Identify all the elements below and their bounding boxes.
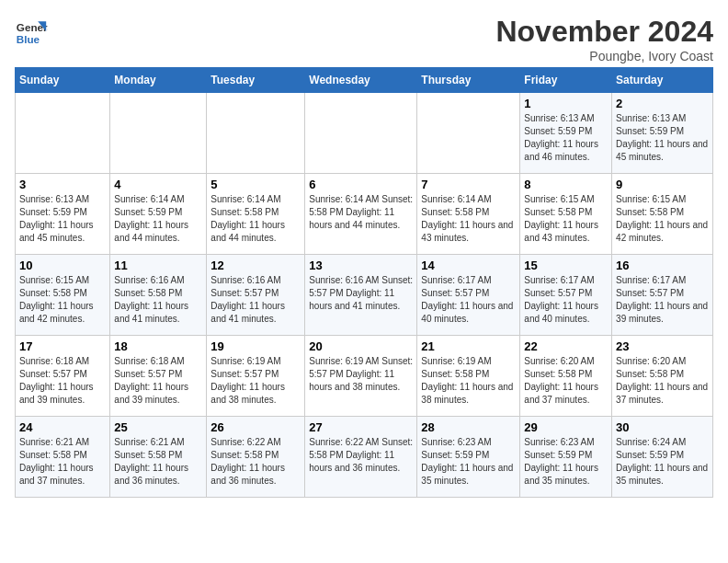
calendar-cell: 20Sunrise: 6:19 AM Sunset: 5:57 PM Dayli… — [305, 336, 417, 417]
day-info: Sunrise: 6:14 AM Sunset: 5:58 PM Dayligh… — [421, 193, 516, 245]
calendar-cell: 11Sunrise: 6:16 AM Sunset: 5:58 PM Dayli… — [110, 255, 207, 336]
day-info: Sunrise: 6:19 AM Sunset: 5:57 PM Dayligh… — [309, 355, 413, 394]
calendar-cell: 9Sunrise: 6:15 AM Sunset: 5:58 PM Daylig… — [612, 174, 713, 255]
calendar-cell: 4Sunrise: 6:14 AM Sunset: 5:59 PM Daylig… — [110, 174, 207, 255]
day-info: Sunrise: 6:17 AM Sunset: 5:57 PM Dayligh… — [524, 274, 608, 326]
calendar-cell: 27Sunrise: 6:22 AM Sunset: 5:58 PM Dayli… — [305, 417, 417, 498]
day-info: Sunrise: 6:19 AM Sunset: 5:57 PM Dayligh… — [210, 355, 301, 407]
day-info: Sunrise: 6:14 AM Sunset: 5:58 PM Dayligh… — [210, 193, 301, 245]
day-number: 2 — [616, 97, 709, 110]
day-info: Sunrise: 6:13 AM Sunset: 5:59 PM Dayligh… — [19, 193, 106, 245]
calendar-cell: 22Sunrise: 6:20 AM Sunset: 5:58 PM Dayli… — [520, 336, 612, 417]
day-number: 25 — [114, 420, 202, 434]
calendar-cell: 13Sunrise: 6:16 AM Sunset: 5:57 PM Dayli… — [305, 255, 417, 336]
day-info: Sunrise: 6:15 AM Sunset: 5:58 PM Dayligh… — [616, 193, 709, 245]
day-number: 7 — [421, 178, 516, 191]
calendar-cell: 17Sunrise: 6:18 AM Sunset: 5:57 PM Dayli… — [16, 336, 110, 417]
day-info: Sunrise: 6:14 AM Sunset: 5:58 PM Dayligh… — [309, 193, 413, 232]
header-cell-sunday: Sunday — [16, 68, 110, 93]
day-info: Sunrise: 6:22 AM Sunset: 5:58 PM Dayligh… — [309, 436, 413, 475]
header: General Blue November 2024 Poungbe, Ivor… — [15, 15, 713, 63]
day-info: Sunrise: 6:22 AM Sunset: 5:58 PM Dayligh… — [210, 436, 301, 488]
logo: General Blue — [15, 15, 48, 48]
calendar-cell: 28Sunrise: 6:23 AM Sunset: 5:59 PM Dayli… — [417, 417, 520, 498]
logo-icon: General Blue — [15, 15, 48, 48]
day-info: Sunrise: 6:21 AM Sunset: 5:58 PM Dayligh… — [114, 436, 202, 488]
day-number: 22 — [524, 339, 608, 353]
day-info: Sunrise: 6:18 AM Sunset: 5:57 PM Dayligh… — [114, 355, 202, 407]
day-info: Sunrise: 6:20 AM Sunset: 5:58 PM Dayligh… — [524, 355, 608, 407]
day-number: 12 — [210, 259, 301, 272]
day-number: 3 — [19, 178, 106, 191]
day-number: 16 — [616, 259, 709, 272]
calendar-cell: 8Sunrise: 6:15 AM Sunset: 5:58 PM Daylig… — [520, 174, 612, 255]
day-number: 28 — [421, 420, 516, 434]
day-number: 8 — [524, 178, 608, 191]
day-number: 15 — [524, 259, 608, 272]
calendar-cell — [305, 93, 417, 174]
day-number: 10 — [19, 259, 106, 272]
week-row-4: 17Sunrise: 6:18 AM Sunset: 5:57 PM Dayli… — [16, 336, 713, 417]
calendar-cell: 6Sunrise: 6:14 AM Sunset: 5:58 PM Daylig… — [305, 174, 417, 255]
day-info: Sunrise: 6:17 AM Sunset: 5:57 PM Dayligh… — [421, 274, 516, 326]
week-row-3: 10Sunrise: 6:15 AM Sunset: 5:58 PM Dayli… — [16, 255, 713, 336]
calendar-cell: 14Sunrise: 6:17 AM Sunset: 5:57 PM Dayli… — [417, 255, 520, 336]
day-info: Sunrise: 6:14 AM Sunset: 5:59 PM Dayligh… — [114, 193, 202, 245]
day-info: Sunrise: 6:16 AM Sunset: 5:57 PM Dayligh… — [210, 274, 301, 326]
day-info: Sunrise: 6:15 AM Sunset: 5:58 PM Dayligh… — [524, 193, 608, 245]
calendar-cell: 3Sunrise: 6:13 AM Sunset: 5:59 PM Daylig… — [16, 174, 110, 255]
calendar-cell: 5Sunrise: 6:14 AM Sunset: 5:58 PM Daylig… — [207, 174, 305, 255]
page-title: November 2024 — [495, 15, 713, 49]
calendar-cell — [16, 93, 110, 174]
week-row-5: 24Sunrise: 6:21 AM Sunset: 5:58 PM Dayli… — [16, 417, 713, 498]
day-number: 29 — [524, 420, 608, 434]
calendar-cell: 12Sunrise: 6:16 AM Sunset: 5:57 PM Dayli… — [207, 255, 305, 336]
day-info: Sunrise: 6:17 AM Sunset: 5:57 PM Dayligh… — [616, 274, 709, 326]
day-info: Sunrise: 6:23 AM Sunset: 5:59 PM Dayligh… — [524, 436, 608, 488]
day-info: Sunrise: 6:13 AM Sunset: 5:59 PM Dayligh… — [616, 112, 709, 164]
header-cell-saturday: Saturday — [612, 68, 713, 93]
calendar-cell: 23Sunrise: 6:20 AM Sunset: 5:58 PM Dayli… — [612, 336, 713, 417]
day-info: Sunrise: 6:19 AM Sunset: 5:58 PM Dayligh… — [421, 355, 516, 407]
week-row-1: 1Sunrise: 6:13 AM Sunset: 5:59 PM Daylig… — [16, 93, 713, 174]
day-number: 17 — [19, 339, 106, 353]
day-number: 5 — [210, 178, 301, 191]
calendar-cell — [417, 93, 520, 174]
calendar-cell: 18Sunrise: 6:18 AM Sunset: 5:57 PM Dayli… — [110, 336, 207, 417]
calendar-cell: 25Sunrise: 6:21 AM Sunset: 5:58 PM Dayli… — [110, 417, 207, 498]
calendar-cell: 10Sunrise: 6:15 AM Sunset: 5:58 PM Dayli… — [16, 255, 110, 336]
day-number: 18 — [114, 339, 202, 353]
day-number: 26 — [210, 420, 301, 434]
header-cell-monday: Monday — [110, 68, 207, 93]
calendar-cell: 2Sunrise: 6:13 AM Sunset: 5:59 PM Daylig… — [612, 93, 713, 174]
day-info: Sunrise: 6:16 AM Sunset: 5:57 PM Dayligh… — [309, 274, 413, 313]
day-info: Sunrise: 6:23 AM Sunset: 5:59 PM Dayligh… — [421, 436, 516, 488]
day-number: 30 — [616, 420, 709, 434]
header-cell-friday: Friday — [520, 68, 612, 93]
calendar-cell: 21Sunrise: 6:19 AM Sunset: 5:58 PM Dayli… — [417, 336, 520, 417]
day-number: 11 — [114, 259, 202, 272]
header-cell-thursday: Thursday — [417, 68, 520, 93]
day-number: 23 — [616, 339, 709, 353]
day-number: 4 — [114, 178, 202, 191]
calendar-cell: 1Sunrise: 6:13 AM Sunset: 5:59 PM Daylig… — [520, 93, 612, 174]
day-number: 24 — [19, 420, 106, 434]
svg-text:Blue: Blue — [17, 33, 40, 45]
calendar-cell: 16Sunrise: 6:17 AM Sunset: 5:57 PM Dayli… — [612, 255, 713, 336]
calendar-cell: 7Sunrise: 6:14 AM Sunset: 5:58 PM Daylig… — [417, 174, 520, 255]
page-subtitle: Poungbe, Ivory Coast — [495, 49, 713, 63]
day-number: 13 — [309, 259, 413, 272]
day-info: Sunrise: 6:18 AM Sunset: 5:57 PM Dayligh… — [19, 355, 106, 407]
header-row: SundayMondayTuesdayWednesdayThursdayFrid… — [16, 68, 713, 93]
day-info: Sunrise: 6:20 AM Sunset: 5:58 PM Dayligh… — [616, 355, 709, 407]
day-info: Sunrise: 6:24 AM Sunset: 5:59 PM Dayligh… — [616, 436, 709, 488]
day-number: 19 — [210, 339, 301, 353]
week-row-2: 3Sunrise: 6:13 AM Sunset: 5:59 PM Daylig… — [16, 174, 713, 255]
day-number: 27 — [309, 420, 413, 434]
day-number: 14 — [421, 259, 516, 272]
calendar-cell: 26Sunrise: 6:22 AM Sunset: 5:58 PM Dayli… — [207, 417, 305, 498]
calendar-cell — [110, 93, 207, 174]
calendar-cell: 15Sunrise: 6:17 AM Sunset: 5:57 PM Dayli… — [520, 255, 612, 336]
day-info: Sunrise: 6:21 AM Sunset: 5:58 PM Dayligh… — [19, 436, 106, 488]
day-number: 1 — [524, 97, 608, 110]
